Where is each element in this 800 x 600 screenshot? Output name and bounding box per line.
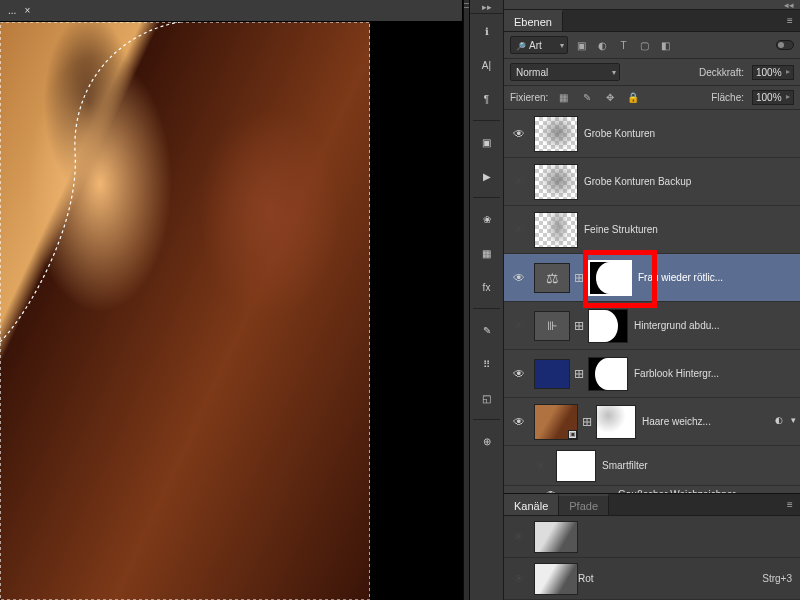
adjustment-thumb[interactable]: ⚖: [534, 263, 570, 293]
layer-list[interactable]: 👁 Grobe Konturen 👁 Grobe Konturen Backup…: [504, 110, 800, 493]
layer-name[interactable]: Frau wieder rötlic...: [638, 272, 800, 283]
canvas[interactable]: [0, 22, 462, 600]
layer-mask-thumb[interactable]: [588, 357, 628, 391]
filter-disclosure-icon[interactable]: ◐: [772, 415, 786, 429]
filter-name[interactable]: Gaußscher Weichzeichner: [618, 489, 736, 493]
layer-row[interactable]: 👁 Grobe Konturen Backup: [504, 158, 800, 206]
layers-lock-bar: Fixieren: ▦ ✎ ✥ 🔒 Fläche: 100%: [504, 86, 800, 110]
layer-name[interactable]: Grobe Konturen Backup: [584, 176, 800, 187]
panels-column: ◂◂ Ebenen ≡ Art ▣ ◐ T ▢ ◧ Normal Deckkra…: [504, 0, 800, 600]
filter-smart-icon[interactable]: ◧: [658, 38, 673, 53]
rail-info-icon[interactable]: ℹ: [473, 17, 501, 45]
adjustment-thumb[interactable]: ⊪: [534, 311, 570, 341]
panel-menu-icon[interactable]: ≡: [780, 10, 800, 31]
layer-name[interactable]: Haare weichz...: [642, 416, 772, 427]
rail-clone-icon[interactable]: ◱: [473, 384, 501, 412]
channel-row[interactable]: 👁: [504, 516, 800, 558]
lock-transparent-icon[interactable]: ▦: [556, 90, 571, 105]
filter-toggle[interactable]: [776, 40, 794, 50]
layer-filter-type-select[interactable]: Art: [510, 36, 568, 54]
channel-row[interactable]: 👁 Rot Strg+3: [504, 558, 800, 600]
panel-menu-icon[interactable]: ≡: [780, 494, 800, 515]
tab-paths[interactable]: Pfade: [559, 494, 609, 515]
layer-mask-thumb[interactable]: [588, 309, 628, 343]
rail-brush-icon[interactable]: ✎: [473, 316, 501, 344]
rail-character-icon[interactable]: A|: [473, 51, 501, 79]
blend-mode-select[interactable]: Normal: [510, 63, 620, 81]
layer-thumb[interactable]: [534, 164, 578, 200]
tab-layers[interactable]: Ebenen: [504, 10, 563, 31]
filter-text-icon[interactable]: T: [616, 38, 631, 53]
lock-label: Fixieren:: [510, 92, 548, 103]
opacity-label: Deckkraft:: [699, 67, 744, 78]
visibility-icon[interactable]: 👁: [536, 489, 566, 493]
fill-input[interactable]: 100%: [752, 90, 794, 105]
layer-row[interactable]: 👁 ⚖ 𐌎 Frau wieder rötlic...: [504, 254, 800, 302]
smartfilter-row[interactable]: 👁 Smartfilter: [504, 446, 800, 486]
smartobj-thumb[interactable]: ▣: [534, 404, 578, 440]
visibility-icon[interactable]: 👁: [504, 530, 534, 544]
visibility-icon[interactable]: 👁: [504, 175, 534, 189]
tab-channels[interactable]: Kanäle: [504, 494, 559, 515]
layer-name[interactable]: Feine Strukturen: [584, 224, 800, 235]
rail-swatches-icon[interactable]: ▦: [473, 239, 501, 267]
visibility-icon[interactable]: 👁: [526, 459, 556, 473]
channel-thumb[interactable]: [534, 563, 578, 595]
layer-name[interactable]: Farblook Hintergr...: [634, 368, 800, 379]
rail-brushpresets-icon[interactable]: ⠿: [473, 350, 501, 378]
layer-row[interactable]: 👁 ⊪ 𐌎 Hintergrund abdu...: [504, 302, 800, 350]
channel-name[interactable]: Rot: [578, 573, 762, 584]
rail-color-icon[interactable]: ❀: [473, 205, 501, 233]
channel-thumb[interactable]: [534, 521, 578, 553]
layers-panel: Art ▣ ◐ T ▢ ◧ Normal Deckkraft: 100% Fix…: [504, 32, 800, 493]
document-tab[interactable]: ... ×: [0, 0, 462, 22]
layer-mask-thumb[interactable]: [588, 260, 632, 296]
layer-name[interactable]: Grobe Konturen: [584, 128, 800, 139]
filter-mask-thumb[interactable]: [556, 450, 596, 482]
rail-add-icon[interactable]: ⊕: [473, 427, 501, 455]
collapsed-panel-rail: ▸▸ ℹ A| ¶ ▣ ▶ ❀ ▦ fx ✎ ⠿ ◱ ⊕: [470, 0, 504, 600]
lock-all-icon[interactable]: 🔒: [625, 90, 640, 105]
layer-row[interactable]: 👁 ▣ 𐌎 Haare weichz... ◐ ▾: [504, 398, 800, 446]
rail-paragraph-icon[interactable]: ¶: [473, 85, 501, 113]
visibility-icon[interactable]: 👁: [504, 415, 534, 429]
visibility-icon[interactable]: 👁: [504, 367, 534, 381]
filter-item-row[interactable]: 👁 Gaußscher Weichzeichner: [504, 486, 800, 493]
rail-navigator-icon[interactable]: ▣: [473, 128, 501, 156]
layer-mask-thumb[interactable]: [596, 405, 636, 439]
expand-rail-icon[interactable]: ▸▸: [470, 0, 503, 14]
chevron-down-icon[interactable]: ▾: [786, 415, 800, 429]
link-icon[interactable]: 𐌎: [574, 272, 584, 284]
filter-pixel-icon[interactable]: ▣: [574, 38, 589, 53]
lock-position-icon[interactable]: ✥: [602, 90, 617, 105]
layer-row[interactable]: 👁 𐌎 Farblook Hintergr...: [504, 350, 800, 398]
channel-shortcut: Strg+3: [762, 573, 792, 584]
filter-shape-icon[interactable]: ▢: [637, 38, 652, 53]
opacity-input[interactable]: 100%: [752, 65, 794, 80]
panel-collapse-icon[interactable]: ◂◂: [504, 0, 800, 10]
lock-pixels-icon[interactable]: ✎: [579, 90, 594, 105]
visibility-icon[interactable]: 👁: [504, 127, 534, 141]
layer-name[interactable]: Smartfilter: [602, 460, 800, 471]
rail-actions-icon[interactable]: ▶: [473, 162, 501, 190]
filter-adjust-icon[interactable]: ◐: [595, 38, 610, 53]
panel-divider[interactable]: [463, 0, 470, 600]
link-icon[interactable]: 𐌎: [574, 368, 584, 380]
document-title: ...: [8, 5, 16, 16]
visibility-icon[interactable]: 👁: [504, 223, 534, 237]
layer-row[interactable]: 👁 Feine Strukturen: [504, 206, 800, 254]
layer-row[interactable]: 👁 Grobe Konturen: [504, 110, 800, 158]
visibility-icon[interactable]: 👁: [504, 319, 534, 333]
canvas-area[interactable]: ... ×: [0, 0, 463, 600]
fill-thumb[interactable]: [534, 359, 570, 389]
layer-thumb[interactable]: [534, 212, 578, 248]
layer-name[interactable]: Hintergrund abdu...: [634, 320, 800, 331]
visibility-icon[interactable]: 👁: [504, 271, 534, 285]
layer-thumb[interactable]: [534, 116, 578, 152]
channels-panel: Kanäle Pfade ≡ 👁 👁 Rot Strg+3: [504, 493, 800, 600]
link-icon[interactable]: 𐌎: [582, 416, 592, 428]
close-icon[interactable]: ×: [22, 5, 32, 16]
link-icon[interactable]: 𐌎: [574, 320, 584, 332]
rail-styles-icon[interactable]: fx: [473, 273, 501, 301]
visibility-icon[interactable]: 👁: [504, 572, 534, 586]
